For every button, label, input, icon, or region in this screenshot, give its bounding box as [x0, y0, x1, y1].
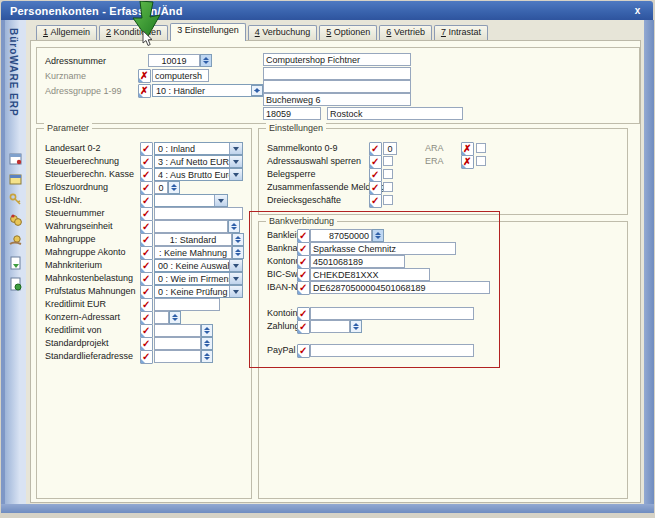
field-check-icon[interactable]	[140, 168, 153, 182]
field-check-icon[interactable]	[140, 181, 153, 195]
field-check-icon[interactable]	[297, 255, 310, 269]
field-check-icon[interactable]	[297, 320, 310, 334]
field-check-icon[interactable]	[140, 324, 153, 338]
field-check-icon[interactable]	[369, 168, 382, 182]
document-export-icon[interactable]	[9, 277, 23, 291]
field-check-icon[interactable]	[369, 155, 382, 169]
kreditlimit-von-input[interactable]	[154, 324, 201, 337]
chevron-down-icon[interactable]	[229, 169, 242, 180]
steuernummer-input[interactable]	[154, 207, 243, 220]
standardprojekt-input[interactable]	[154, 337, 201, 350]
field-check-icon[interactable]	[297, 229, 310, 243]
tab-konditionen[interactable]: 2 Konditionen	[99, 25, 168, 40]
standardlieferadresse-input[interactable]	[154, 350, 201, 363]
payment-icon[interactable]	[9, 234, 23, 248]
standardlieferadresse-stepper[interactable]	[201, 350, 213, 363]
paypal-ident-input[interactable]	[310, 344, 474, 357]
name3-input[interactable]	[263, 80, 411, 93]
field-check-icon[interactable]	[140, 259, 153, 273]
field-x-icon[interactable]	[138, 69, 151, 83]
kontoinhaber-input[interactable]	[310, 307, 474, 320]
tab-intrastat[interactable]: 7 Intrastat	[434, 25, 488, 40]
field-x-icon[interactable]	[138, 84, 151, 98]
field-check-icon[interactable]	[140, 311, 153, 325]
zahlung-von-stepper[interactable]	[350, 320, 362, 333]
street-input[interactable]: Buchenweg 6	[263, 93, 411, 106]
steuerberechnung-select[interactable]: 3 : Auf Netto EUR	[154, 155, 243, 168]
dreiecksgeschaefte-checkbox[interactable]	[383, 195, 393, 205]
field-check-icon[interactable]	[297, 307, 310, 321]
kreditlimit-von-stepper[interactable]	[201, 324, 213, 337]
steuerberechn-kasse-select[interactable]: 4 : Aus Brutto Euro	[154, 168, 243, 181]
konzern-adressart-input[interactable]	[154, 311, 169, 324]
erloeszuordnung-stepper[interactable]	[168, 181, 180, 194]
field-check-icon[interactable]	[369, 194, 382, 208]
field-check-icon[interactable]	[140, 207, 153, 221]
sammelkonto-input[interactable]: 0	[383, 142, 397, 155]
chevron-down-icon[interactable]	[229, 286, 242, 297]
ust-idnr-select[interactable]	[154, 194, 228, 207]
tab-vertrieb[interactable]: 6 Vertrieb	[379, 25, 432, 40]
adressgruppe-stepper[interactable]	[251, 85, 263, 96]
tab-optionen[interactable]: 5 Optionen	[319, 25, 377, 40]
tab-allgemein[interactable]: 1 Allgemein	[36, 25, 97, 40]
bankleitzahl-input[interactable]: 87050000	[310, 229, 372, 242]
mahngruppe-input[interactable]: 1: Standard	[154, 233, 232, 246]
waehrungseinheit-input[interactable]	[154, 220, 228, 233]
city-input[interactable]: Rostock	[327, 107, 463, 120]
bankleitzahl-stepper[interactable]	[372, 229, 384, 242]
konzern-adressart-stepper[interactable]	[169, 311, 181, 324]
field-x-icon[interactable]	[461, 142, 474, 156]
field-check-icon[interactable]	[140, 337, 153, 351]
ara-checkbox[interactable]	[476, 143, 486, 153]
field-check-icon[interactable]	[140, 285, 153, 299]
field-check-icon[interactable]	[140, 155, 153, 169]
standardprojekt-stepper[interactable]	[201, 337, 213, 350]
field-check-icon[interactable]	[140, 142, 153, 156]
adressnummer-stepper[interactable]	[200, 54, 212, 67]
adressnummer-input[interactable]: 10019	[148, 54, 200, 67]
mahnkriterium-select[interactable]: 00 : Keine Auswahl	[154, 259, 243, 272]
field-x-icon[interactable]	[461, 155, 474, 169]
zip-input[interactable]: 18059	[263, 107, 321, 120]
close-icon[interactable]: x	[630, 4, 645, 17]
kurzname-input[interactable]: computersh	[152, 69, 209, 82]
name1-input[interactable]: Computershop Fichtner	[263, 53, 411, 66]
bankname-input[interactable]: Sparkasse Chemnitz	[310, 242, 456, 255]
mahngruppe-stepper[interactable]	[232, 233, 244, 246]
report-icon[interactable]	[9, 152, 23, 166]
erloeszuordnung-input[interactable]: 0	[154, 181, 168, 194]
name2-input[interactable]	[263, 67, 411, 80]
window-icon[interactable]	[9, 172, 23, 186]
field-check-icon[interactable]	[369, 181, 382, 195]
bic-swift-input[interactable]: CHEKDE81XXX	[310, 268, 430, 281]
chevron-down-icon[interactable]	[214, 195, 227, 206]
mahnkostenbelastung-select[interactable]: 0 : Wie im Firmenstamm eing	[154, 272, 243, 285]
mahngruppe-akonto-stepper[interactable]	[232, 246, 244, 259]
era-checkbox[interactable]	[476, 156, 486, 166]
kontonummer-input[interactable]: 4501068189	[310, 255, 405, 268]
field-check-icon[interactable]	[297, 344, 310, 358]
key-icon[interactable]	[9, 192, 23, 206]
adressauswahl-sperren-checkbox[interactable]	[383, 156, 393, 166]
field-check-icon[interactable]	[140, 272, 153, 286]
iban-input[interactable]: DE62870500004501068189	[310, 281, 490, 294]
document-new-icon[interactable]	[9, 256, 23, 270]
chevron-down-icon[interactable]	[229, 260, 242, 271]
field-check-icon[interactable]	[140, 233, 153, 247]
chevron-down-icon[interactable]	[229, 143, 242, 154]
adressgruppe-select[interactable]: 10 : Händler	[152, 84, 264, 97]
field-check-icon[interactable]	[140, 246, 153, 260]
waehrungseinheit-stepper[interactable]	[228, 220, 240, 233]
belegsperre-checkbox[interactable]	[383, 169, 393, 179]
chevron-down-icon[interactable]	[229, 156, 242, 167]
mahngruppe-akonto-input[interactable]: : Keine Mahnung	[154, 246, 232, 259]
field-check-icon[interactable]	[297, 268, 310, 282]
field-check-icon[interactable]	[140, 350, 153, 364]
field-check-icon[interactable]	[297, 242, 310, 256]
field-check-icon[interactable]	[140, 194, 153, 208]
tab-verbuchung[interactable]: 4 Verbuchung	[248, 25, 318, 40]
field-check-icon[interactable]	[297, 281, 310, 295]
pruefstatus-select[interactable]: 0 : Keine Prüfung	[154, 285, 243, 298]
field-check-icon[interactable]	[369, 142, 382, 156]
